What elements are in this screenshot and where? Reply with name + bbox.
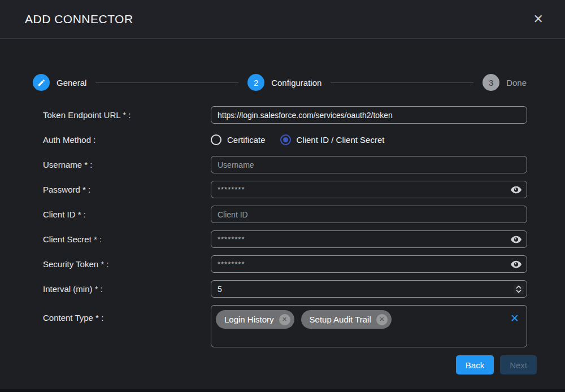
- tag-label: Login History: [224, 315, 274, 324]
- content-type-label: Content Type * :: [43, 305, 211, 323]
- back-button[interactable]: Back: [456, 355, 494, 374]
- bottom-edge-strip: [0, 389, 565, 392]
- username-label: Username * :: [43, 160, 211, 169]
- tag-remove-icon[interactable]: ✕: [376, 314, 388, 325]
- step-done-label: Done: [506, 78, 527, 88]
- form-row-auth-method: Auth Method : Certificate Client ID / Cl…: [43, 131, 527, 149]
- radio-circle-icon: [211, 134, 221, 145]
- tag-label: Setup Audit Trail: [310, 315, 371, 324]
- tag-setup-audit-trail: Setup Audit Trail ✕: [301, 310, 392, 329]
- form-row-interval: Interval (min) * :: [43, 280, 527, 298]
- step-configuration[interactable]: 2 Configuration: [247, 74, 321, 91]
- radio-client-id-secret-label: Client ID / Client Secret: [297, 135, 385, 145]
- pencil-icon: [33, 74, 50, 91]
- step-done[interactable]: 3 Done: [483, 74, 527, 91]
- step-2-badge: 2: [247, 74, 264, 91]
- form-row-security-token: Security Token * :: [43, 255, 527, 273]
- chevron-up-icon: [516, 285, 521, 289]
- password-visibility-eye-icon[interactable]: [510, 185, 523, 195]
- security-token-input[interactable]: [211, 255, 527, 273]
- interval-spinner[interactable]: [514, 284, 524, 294]
- stepper-divider: [95, 82, 238, 83]
- tag-login-history: Login History ✕: [216, 310, 294, 329]
- connector-form: Token Endpoint URL * : Auth Method : Cer…: [0, 106, 565, 347]
- modal-footer: Back Next: [0, 355, 565, 374]
- page-title: ADD CONNECTOR: [25, 12, 133, 26]
- auth-method-label: Auth Method :: [43, 135, 211, 145]
- form-row-token-endpoint: Token Endpoint URL * :: [43, 106, 527, 124]
- token-endpoint-input[interactable]: [211, 106, 527, 124]
- next-button[interactable]: Next: [500, 355, 537, 374]
- close-icon[interactable]: ✕: [531, 11, 546, 28]
- form-row-content-type: Content Type * : Login History ✕ Setup A…: [43, 305, 527, 347]
- password-label: Password * :: [43, 185, 211, 194]
- interval-label: Interval (min) * :: [43, 284, 211, 294]
- radio-client-id-secret[interactable]: Client ID / Client Secret: [280, 134, 385, 145]
- client-id-label: Client ID * :: [43, 210, 211, 219]
- step-general[interactable]: General: [33, 74, 86, 91]
- client-secret-visibility-eye-icon[interactable]: [510, 234, 523, 245]
- wizard-stepper: General 2 Configuration 3 Done: [0, 74, 565, 91]
- content-type-tags-box[interactable]: Login History ✕ Setup Audit Trail ✕ ✕: [211, 305, 527, 347]
- step-configuration-label: Configuration: [271, 78, 321, 88]
- token-endpoint-label: Token Endpoint URL * :: [43, 110, 211, 120]
- step-3-badge: 3: [483, 74, 499, 91]
- form-row-password: Password * :: [43, 181, 527, 198]
- radio-certificate-label: Certificate: [227, 135, 266, 145]
- password-input[interactable]: [211, 181, 527, 198]
- step-general-label: General: [56, 78, 86, 88]
- client-secret-label: Client Secret * :: [43, 234, 211, 244]
- username-input[interactable]: [211, 156, 527, 173]
- auth-method-radio-group: Certificate Client ID / Client Secret: [211, 134, 527, 145]
- tag-remove-icon[interactable]: ✕: [279, 314, 290, 325]
- client-id-input[interactable]: [211, 206, 527, 223]
- security-token-visibility-eye-icon[interactable]: [510, 259, 523, 269]
- chevron-down-icon: [516, 289, 521, 293]
- clear-all-tags-icon[interactable]: ✕: [510, 312, 519, 325]
- radio-circle-icon: [280, 134, 291, 145]
- form-row-client-id: Client ID * :: [43, 206, 527, 223]
- stepper-divider: [331, 82, 473, 83]
- interval-input[interactable]: [211, 280, 527, 298]
- form-row-client-secret: Client Secret * :: [43, 230, 527, 248]
- modal-header: ADD CONNECTOR ✕: [0, 0, 565, 39]
- client-secret-input[interactable]: [211, 230, 527, 248]
- form-row-username: Username * :: [43, 156, 527, 173]
- security-token-label: Security Token * :: [43, 259, 211, 269]
- radio-certificate[interactable]: Certificate: [211, 134, 266, 145]
